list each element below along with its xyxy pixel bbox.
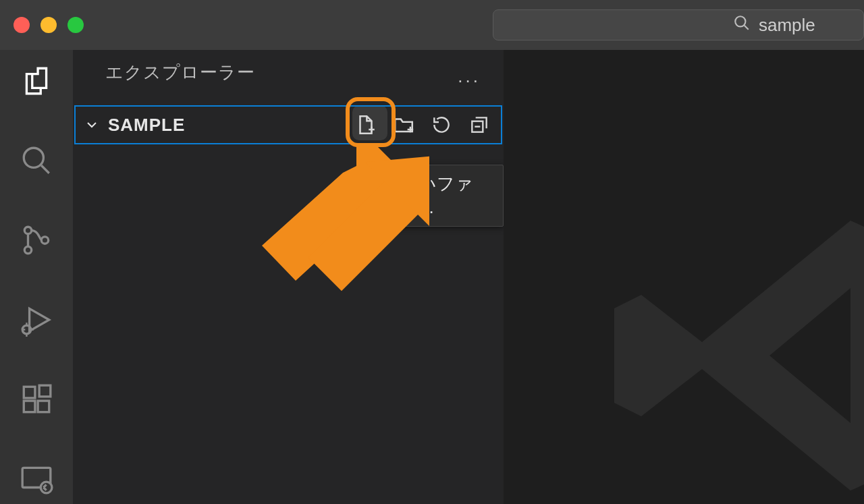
explorer-panel: エクスプローラー ··· SAMPLE <box>73 50 504 504</box>
new-file-button[interactable] <box>352 111 379 138</box>
explorer-more-button[interactable]: ··· <box>458 70 481 91</box>
svg-point-1 <box>24 148 43 167</box>
svg-rect-7 <box>24 401 35 412</box>
nav-forward-button[interactable] <box>456 13 478 37</box>
svg-rect-8 <box>38 401 49 412</box>
activity-search[interactable] <box>18 142 55 179</box>
title-bar: sample <box>0 0 864 50</box>
new-folder-button[interactable] <box>390 111 417 138</box>
svg-rect-9 <box>39 385 51 397</box>
chevron-down-icon <box>84 117 100 133</box>
activity-source-control[interactable] <box>18 221 55 259</box>
folder-actions <box>352 111 493 138</box>
svg-point-4 <box>41 237 48 244</box>
activity-explorer[interactable] <box>18 62 55 100</box>
workspace-folder-name: SAMPLE <box>108 115 185 136</box>
activity-run-debug[interactable] <box>18 301 55 339</box>
svg-point-11 <box>40 482 52 493</box>
svg-rect-6 <box>24 387 35 398</box>
svg-point-3 <box>24 246 31 253</box>
activity-extensions[interactable] <box>18 381 55 418</box>
tooltip-text: 新しいファイル... <box>383 173 473 217</box>
close-window-button[interactable] <box>14 17 30 33</box>
activity-remote[interactable] <box>18 460 55 498</box>
command-center-search[interactable]: sample <box>493 9 864 40</box>
editor-area <box>504 50 864 504</box>
minimize-window-button[interactable] <box>40 17 57 33</box>
nav-history <box>413 13 478 37</box>
svg-point-0 <box>735 16 745 26</box>
explorer-header: エクスプローラー ··· <box>73 50 504 94</box>
workspace-folder-row[interactable]: SAMPLE <box>74 105 502 144</box>
search-icon <box>733 14 751 36</box>
explorer-title: エクスプローラー <box>105 61 255 84</box>
new-file-tooltip: 新しいファイル... <box>370 165 504 227</box>
vscode-watermark-icon <box>594 180 864 504</box>
search-text: sample <box>759 15 815 36</box>
maximize-window-button[interactable] <box>68 17 84 33</box>
refresh-button[interactable] <box>428 111 455 138</box>
nav-back-button[interactable] <box>413 13 435 37</box>
svg-point-2 <box>24 227 31 233</box>
window-controls <box>0 17 84 33</box>
activity-bar <box>0 50 73 504</box>
collapse-all-button[interactable] <box>466 111 493 138</box>
